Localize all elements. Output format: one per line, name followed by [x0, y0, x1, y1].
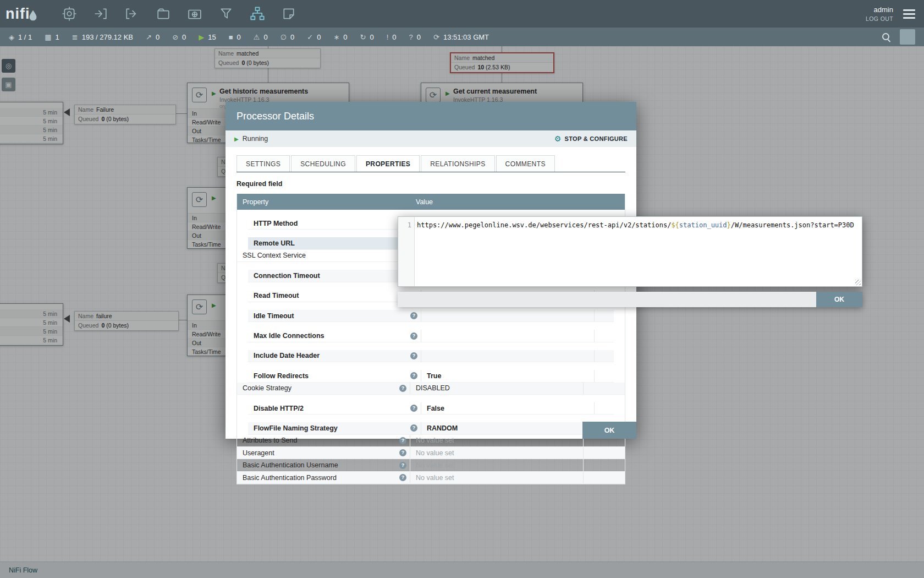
stop-and-configure-button[interactable]: ⚙ STOP & CONFIGURE	[554, 134, 628, 143]
status-item: ↻ 0	[360, 33, 374, 41]
help-icon[interactable]: ?	[399, 385, 406, 392]
help-icon[interactable]: ?	[399, 449, 406, 456]
tab[interactable]: RELATIONSHIPS	[421, 155, 494, 172]
property-row[interactable]: Max Idle Connections ?	[248, 330, 614, 342]
transmitting-icon: ↗	[146, 33, 152, 41]
nifi-logo: nifi	[0, 7, 43, 21]
status-item: ■ 0	[229, 33, 241, 41]
property-name: Basic Authentication Username	[243, 461, 338, 469]
not-transmitting-icon: ⊘	[172, 33, 178, 41]
process-group-icon	[156, 7, 170, 21]
property-name: FlowFile Naming Strategy	[254, 424, 338, 432]
refresh-icon: ⟳	[433, 33, 439, 41]
status-value: 0	[343, 33, 347, 41]
tab[interactable]: SETTINGS	[237, 155, 290, 172]
label-icon	[282, 7, 296, 21]
status-value: 0	[182, 33, 186, 41]
stop-configure-label: STOP & CONFIGURE	[565, 135, 628, 142]
settings-button[interactable]	[900, 29, 915, 45]
help-icon[interactable]: ?	[410, 312, 417, 319]
stale-icon: ↻	[360, 33, 366, 41]
queued-data-icon: ≣	[72, 33, 78, 41]
help-icon[interactable]: ?	[410, 332, 417, 340]
status-item: ? 0	[409, 33, 421, 41]
property-value: True	[427, 372, 441, 380]
property-name: Read Timeout	[254, 292, 299, 299]
status-item: ▶ 15	[199, 33, 216, 41]
output-port-tool-button[interactable]	[122, 4, 142, 24]
property-row[interactable]: Follow Redirects ? True	[248, 370, 614, 382]
invalid-icon: ⚠	[254, 33, 260, 41]
stop-configure-icon: ⚙	[554, 134, 562, 143]
help-icon[interactable]: ?	[410, 405, 417, 412]
status-value: 0	[290, 33, 294, 41]
editor-ok-button[interactable]: OK	[816, 292, 862, 307]
nifi-application: nifi admin LOG OUT ◈ 1 / 1	[0, 0, 924, 578]
logout-link[interactable]: LOG OUT	[866, 15, 893, 22]
status-item: ∅ 0	[280, 33, 295, 41]
property-row[interactable]: Include Date Header ?	[248, 350, 614, 362]
property-row[interactable]: Attributes to Send ? No value set	[237, 435, 625, 447]
table-header: Property Value	[237, 194, 625, 210]
help-icon[interactable]: ?	[410, 352, 417, 359]
property-name: Attributes to Send	[243, 437, 297, 444]
status-item[interactable]: ⟳ 13:51:03 GMT	[433, 33, 489, 41]
status-value: 0	[370, 33, 373, 41]
help-icon[interactable]: ?	[399, 462, 406, 469]
remote-process-group-tool-button[interactable]	[185, 4, 205, 24]
up-to-date-icon: ✓	[307, 33, 313, 41]
property-row[interactable]: Useragent ? No value set	[237, 447, 625, 459]
property-name: Follow Redirects	[254, 372, 309, 380]
user-area: admin LOG OUT	[866, 6, 924, 22]
property-row[interactable]: Cookie Strategy ? DISABLED	[237, 383, 625, 395]
funnel-tool-button[interactable]	[216, 4, 236, 24]
property-row[interactable]: Basic Authentication Username ? No value…	[237, 459, 625, 471]
property-row[interactable]: Disable HTTP/2 ? False	[248, 402, 614, 415]
property-row[interactable]: Basic Authentication Password ? No value…	[237, 472, 625, 484]
property-name: Connection Timeout	[254, 272, 320, 280]
processor-tool-button[interactable]	[59, 4, 79, 24]
resize-handle-icon[interactable]	[855, 280, 861, 285]
label-tool-button[interactable]	[279, 4, 299, 24]
tab[interactable]: PROPERTIES	[356, 155, 420, 172]
search-icon[interactable]	[882, 32, 891, 42]
help-icon[interactable]: ?	[410, 424, 417, 432]
status-item: ⊘ 0	[172, 33, 186, 41]
value-editor-input[interactable]: https://www.pegelonline.wsv.de/webservic…	[415, 217, 862, 286]
property-value: False	[427, 405, 444, 412]
tab[interactable]: COMMENTS	[496, 155, 555, 172]
dialog-title: Processor Details	[237, 111, 314, 122]
flow-status-bar: ◈ 1 / 1 ▦ 1 ≣ 193 / 279.12 KB ↗ 0 ⊘ 0	[0, 28, 924, 46]
status-item: ✓ 0	[307, 33, 321, 41]
template-tool-button[interactable]	[248, 4, 267, 24]
property-name: HTTP Method	[254, 220, 298, 227]
nifi-logo-text: nifi	[6, 7, 30, 21]
tab[interactable]: SCHEDULING	[291, 155, 355, 172]
property-name: Basic Authentication Password	[243, 474, 337, 482]
process-group-tool-button[interactable]	[153, 4, 173, 24]
help-icon[interactable]: ?	[399, 474, 406, 481]
dialog-ok-button[interactable]: OK	[582, 422, 636, 439]
status-item: ⚠ 0	[254, 33, 268, 41]
property-row[interactable]: FlowFile Naming Strategy ? RANDOM	[248, 422, 614, 434]
running-status-text: Running	[243, 135, 268, 143]
global-menu-icon[interactable]	[903, 9, 915, 19]
help-icon[interactable]: ?	[399, 437, 406, 444]
input-port-tool-button[interactable]	[91, 4, 111, 24]
property-name: Max Idle Connections	[254, 332, 324, 340]
status-value: 0	[392, 33, 396, 41]
line-number: 1	[408, 221, 411, 229]
property-value: No value set	[416, 461, 454, 469]
property-value: RANDOM	[427, 424, 458, 432]
status-value: 0	[417, 33, 421, 41]
value-column-header: Value	[410, 198, 584, 206]
el-variable: station_uuid	[679, 221, 727, 229]
component-toolbar	[59, 4, 299, 24]
url-text: https://www.pegelonline.wsv.de/webservic…	[417, 221, 671, 229]
running-icon: ▶	[199, 33, 204, 41]
remote-process-group-icon	[188, 7, 202, 21]
status-item: ≣ 193 / 279.12 KB	[72, 33, 133, 41]
help-icon[interactable]: ?	[410, 372, 417, 379]
username: admin	[874, 6, 893, 14]
property-row[interactable]: Idle Timeout ?	[248, 310, 614, 322]
